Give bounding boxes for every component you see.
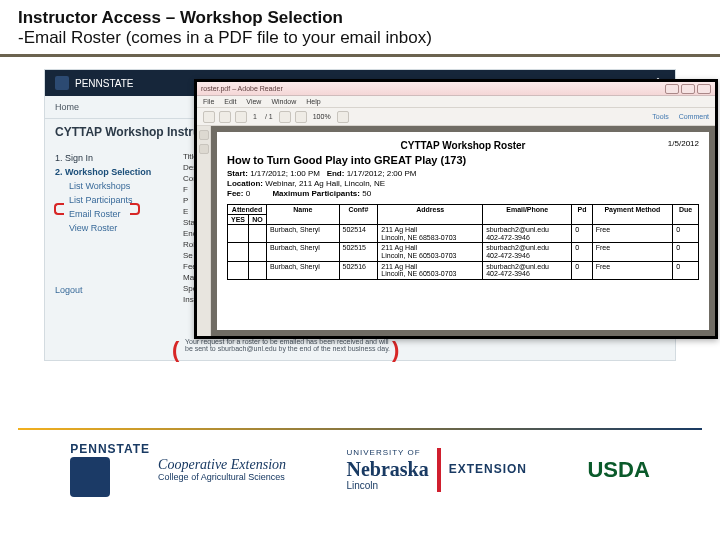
footer-divider bbox=[18, 428, 702, 430]
status-bracket-right-icon: ) bbox=[392, 337, 399, 363]
pdf-titlebar: roster.pdf – Adobe Reader bbox=[197, 82, 715, 96]
menu-file[interactable]: File bbox=[203, 98, 214, 105]
portal-sidebar: 1. Sign In 2. Workshop Selection List Wo… bbox=[55, 151, 175, 305]
page-number[interactable]: 1 bbox=[251, 113, 259, 120]
menu-window[interactable]: Window bbox=[271, 98, 296, 105]
unl-bar-icon bbox=[437, 448, 441, 492]
col-conf: Conf# bbox=[339, 205, 378, 225]
minimize-icon[interactable] bbox=[665, 84, 679, 94]
workshop-times: Start: 1/17/2012; 1:00 PM End: 1/17/2012… bbox=[227, 169, 699, 178]
slide-title-rest: -Email Roster (comes in a PDF file to yo… bbox=[18, 28, 432, 47]
roster-table: Attended Name Conf# Address Email/Phone … bbox=[227, 204, 699, 280]
portal-brand-text: PENNSTATE bbox=[75, 78, 134, 89]
pdf-document: CYTTAP Workshop Roster 1/5/2012 How to T… bbox=[217, 132, 709, 330]
col-name: Name bbox=[267, 205, 340, 225]
email-icon[interactable] bbox=[235, 111, 247, 123]
col-email: Email/Phone bbox=[483, 205, 572, 225]
col-address: Address bbox=[378, 205, 483, 225]
workshop-location: Location: Webinar, 211 Ag Hall, Lincoln,… bbox=[227, 179, 699, 188]
slide-title: Instructor Access – Workshop Selection -… bbox=[0, 0, 720, 52]
pdf-menubar: File Edit View Window Help bbox=[197, 96, 715, 108]
pdf-page-area[interactable]: CYTTAP Workshop Roster 1/5/2012 How to T… bbox=[211, 126, 715, 336]
col-method: Payment Method bbox=[592, 205, 672, 225]
tools-link[interactable]: Tools bbox=[652, 113, 668, 120]
pennstate-logo: PENNSTATE Cooperative Extension College … bbox=[70, 442, 286, 498]
col-due: Due bbox=[673, 205, 699, 225]
save-icon[interactable] bbox=[203, 111, 215, 123]
logout-link[interactable]: Logout bbox=[55, 285, 175, 295]
page-count: / 1 bbox=[263, 113, 275, 120]
fit-icon[interactable] bbox=[337, 111, 349, 123]
sidebar-item-view-roster[interactable]: View Roster bbox=[55, 221, 175, 235]
close-icon[interactable] bbox=[697, 84, 711, 94]
highlight-bracket-left-icon bbox=[54, 203, 64, 215]
pdf-window-title: roster.pdf – Adobe Reader bbox=[201, 85, 283, 92]
sidebar-item-email-roster[interactable]: Email Roster bbox=[55, 207, 175, 221]
maximize-icon[interactable] bbox=[681, 84, 695, 94]
sidebar-step-signin[interactable]: 1. Sign In bbox=[55, 151, 175, 165]
footer-logos: PENNSTATE Cooperative Extension College … bbox=[0, 428, 720, 540]
sidebar-step-workshop-selection[interactable]: 2. Workshop Selection bbox=[55, 165, 175, 179]
thumbnails-icon[interactable] bbox=[199, 130, 209, 140]
zoom-out-icon[interactable] bbox=[279, 111, 291, 123]
table-row: Burbach, Sheryl502515211 Ag HallLincoln,… bbox=[228, 243, 699, 261]
pdf-toolbar: 1 / 1 100% Tools Comment bbox=[197, 108, 715, 126]
pennstate-shield-icon bbox=[55, 76, 69, 90]
print-icon[interactable] bbox=[219, 111, 231, 123]
nebraska-logo: UNIVERSITY OF Nebraska Lincoln EXTENSION bbox=[346, 442, 527, 498]
col-no: NO bbox=[249, 215, 267, 225]
pennstate-shield-icon bbox=[70, 457, 110, 497]
menu-help[interactable]: Help bbox=[306, 98, 320, 105]
highlight-bracket-right-icon bbox=[130, 203, 140, 215]
col-yes: YES bbox=[228, 215, 249, 225]
comment-link[interactable]: Comment bbox=[679, 113, 709, 120]
slide-title-bold: Instructor Access – Workshop Selection bbox=[18, 8, 343, 27]
zoom-in-icon[interactable] bbox=[295, 111, 307, 123]
status-bracket-left-icon: ( bbox=[172, 337, 179, 363]
workshop-title: How to Turn Good Play into GREAT Play (1… bbox=[227, 154, 699, 166]
zoom-level[interactable]: 100% bbox=[311, 113, 333, 120]
col-attended: Attended bbox=[228, 205, 267, 215]
status-message: Your request for a roster to be emailed … bbox=[185, 338, 393, 352]
attachments-icon[interactable] bbox=[199, 144, 209, 154]
usda-logo: USDA bbox=[587, 442, 649, 498]
pdf-sidebar bbox=[197, 126, 211, 336]
sidebar-item-list-workshops[interactable]: List Workshops bbox=[55, 179, 175, 193]
sidebar-item-list-participants[interactable]: List Participants bbox=[55, 193, 175, 207]
menu-edit[interactable]: Edit bbox=[224, 98, 236, 105]
workshop-fee-max: Fee: 0 Maximum Participants: 50 bbox=[227, 189, 699, 198]
col-pd: Pd bbox=[572, 205, 592, 225]
menu-view[interactable]: View bbox=[246, 98, 261, 105]
table-row: Burbach, Sheryl502516211 Ag HallLincoln,… bbox=[228, 261, 699, 279]
pdf-viewer-window: roster.pdf – Adobe Reader File Edit View… bbox=[194, 79, 718, 339]
table-row: Burbach, Sheryl502514211 Ag HallLincoln,… bbox=[228, 225, 699, 243]
